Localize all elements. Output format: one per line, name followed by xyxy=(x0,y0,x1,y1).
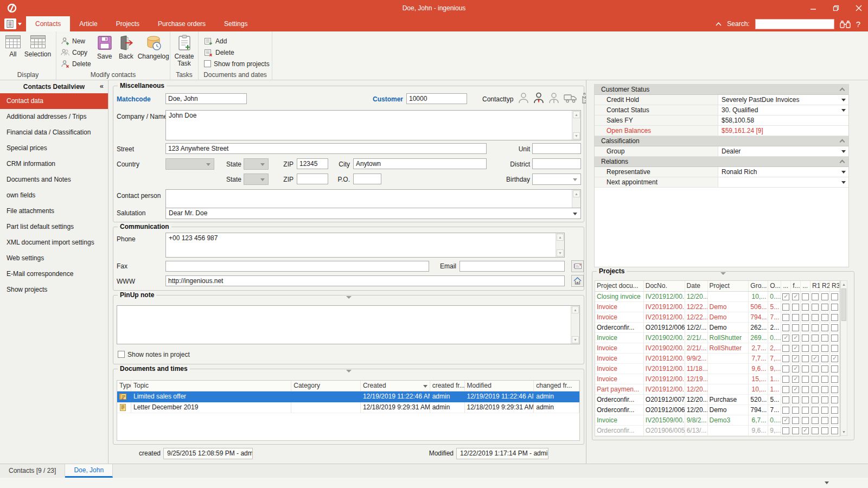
project-flag-cell[interactable] xyxy=(801,312,810,323)
project-flag-cell[interactable] xyxy=(830,364,840,374)
project-row[interactable]: Orderconfir...O201906/00566/13/...9,6...… xyxy=(595,426,840,436)
column-header[interactable]: R3 xyxy=(830,281,840,291)
collapse-handle-icon[interactable] xyxy=(346,370,352,373)
selection-button[interactable]: Selection xyxy=(24,33,51,70)
delete-contact-button[interactable]: Delete xyxy=(61,58,93,69)
collapse-handle-icon[interactable] xyxy=(720,272,726,275)
column-header[interactable]: Category xyxy=(291,381,361,391)
property-group-header[interactable]: Relations xyxy=(595,157,848,167)
project-flag-cell[interactable] xyxy=(810,395,820,405)
project-flag-cell[interactable] xyxy=(820,374,830,384)
projects-scrollbar[interactable]: ▲ ▼ xyxy=(840,280,847,436)
project-row[interactable]: InvoiceIV201912/00...12/22...Demo506...5… xyxy=(595,302,840,312)
project-flag-cell[interactable] xyxy=(810,405,820,415)
project-flag-cell[interactable] xyxy=(820,415,830,426)
district-input[interactable] xyxy=(532,158,581,169)
copy-contact-button[interactable]: Copy xyxy=(61,47,93,58)
project-flag-cell[interactable] xyxy=(820,364,830,374)
column-header[interactable]: Created xyxy=(361,381,430,391)
truck-icon[interactable] xyxy=(564,93,578,104)
sidebar-item-xml-document-import-settings[interactable]: XML document import settings xyxy=(0,235,108,251)
project-flag-cell[interactable] xyxy=(801,374,810,384)
project-flag-cell[interactable] xyxy=(801,426,810,436)
restore-button[interactable] xyxy=(832,4,840,12)
state2-select[interactable] xyxy=(244,174,269,185)
project-flag-cell[interactable] xyxy=(781,405,791,415)
project-flag-cell[interactable] xyxy=(801,292,810,302)
sidebar-item-financial-data-classification[interactable]: Financial data / Classification xyxy=(0,125,108,140)
dropdown-arrow-icon[interactable] xyxy=(841,150,846,153)
project-row[interactable]: Part paymen...IV201912/00...12/20...10,.… xyxy=(595,384,840,395)
project-flag-cell[interactable] xyxy=(781,354,791,364)
project-row[interactable]: InvoiceIV201912/00...12/22...Demo794...7… xyxy=(595,312,840,323)
sidebar-item-own-fields[interactable]: own fields xyxy=(0,188,108,203)
scrollbar[interactable]: ▲▼ xyxy=(571,306,579,344)
new-contact-button[interactable]: New xyxy=(61,35,93,47)
save-button[interactable]: Save xyxy=(94,33,116,70)
statusbar-tab-doe-john[interactable]: Doe, John xyxy=(65,464,113,478)
column-header[interactable]: R2 xyxy=(820,281,830,291)
menu-tab-contacts[interactable]: Contacts xyxy=(26,16,70,31)
project-flag-cell[interactable] xyxy=(801,323,810,333)
scroll-strip[interactable]: ▲▼ xyxy=(556,233,564,257)
menu-tab-article[interactable]: Article xyxy=(70,16,106,31)
property-value[interactable]: 30. Qualified xyxy=(718,105,848,115)
column-header[interactable]: Project xyxy=(708,281,749,291)
person-tie-selected-icon[interactable] xyxy=(532,92,545,105)
zip2-input[interactable] xyxy=(297,174,328,184)
property-value[interactable]: $58,100.58 xyxy=(718,115,848,125)
project-flag-cell[interactable] xyxy=(810,302,820,312)
email-card-button[interactable] xyxy=(571,260,584,272)
project-flag-cell[interactable] xyxy=(801,384,810,395)
project-flag-cell[interactable] xyxy=(791,312,801,323)
project-flag-cell[interactable] xyxy=(781,302,791,312)
fax-input[interactable] xyxy=(165,261,429,272)
menu-tab-projects[interactable]: Projects xyxy=(107,16,149,31)
country-select[interactable] xyxy=(165,158,214,170)
column-header[interactable]: ... xyxy=(801,281,810,291)
project-flag-cell[interactable] xyxy=(820,292,830,302)
binoculars-icon[interactable] xyxy=(840,20,851,29)
project-flag-cell[interactable] xyxy=(791,333,801,343)
ribbon-collapse-icon[interactable] xyxy=(716,22,722,26)
project-flag-cell[interactable] xyxy=(830,312,840,323)
birthday-select[interactable] xyxy=(532,174,581,185)
project-flag-cell[interactable] xyxy=(820,426,830,436)
property-group-header[interactable]: Calssification xyxy=(595,136,848,146)
column-header[interactable]: created fr... xyxy=(430,381,465,391)
project-flag-cell[interactable] xyxy=(791,374,801,384)
project-flag-cell[interactable] xyxy=(801,405,810,415)
project-flag-cell[interactable] xyxy=(781,415,791,426)
project-flag-cell[interactable] xyxy=(810,415,820,426)
project-flag-cell[interactable] xyxy=(781,395,791,405)
project-flag-cell[interactable] xyxy=(791,405,801,415)
project-row[interactable]: InvoiceIV201902/00...2/21/...RollShutter… xyxy=(595,333,840,343)
project-flag-cell[interactable] xyxy=(801,415,810,426)
show-from-projects-checkbox[interactable]: Show from projects xyxy=(204,58,270,69)
project-row[interactable]: InvoiceIV201902/00...2/21/...RollShutter… xyxy=(595,343,840,354)
project-flag-cell[interactable] xyxy=(791,395,801,405)
back-button[interactable]: Back xyxy=(116,33,137,70)
project-flag-cell[interactable] xyxy=(830,323,840,333)
project-flag-cell[interactable] xyxy=(830,415,840,426)
project-flag-cell[interactable] xyxy=(801,354,810,364)
column-header[interactable]: Project docu... xyxy=(595,281,644,291)
search-input[interactable] xyxy=(755,19,834,29)
dropdown-arrow-icon[interactable] xyxy=(841,181,846,184)
project-flag-cell[interactable] xyxy=(791,292,801,302)
scroll-strip[interactable]: ▲▼ xyxy=(572,111,580,140)
show-notes-in-project-checkbox[interactable]: Show notes in project xyxy=(118,349,190,360)
customer-input[interactable] xyxy=(406,93,467,104)
project-row[interactable]: Orderconfir...O201912/006812/2/...Demo26… xyxy=(595,323,840,333)
sidebar-item-part-list-default-settings[interactable]: Part list default settings xyxy=(0,219,108,235)
project-row[interactable]: InvoiceIV201912/00...9/9/2...7,7...7,... xyxy=(595,354,840,364)
project-flag-cell[interactable] xyxy=(820,384,830,395)
zip-input[interactable] xyxy=(297,158,328,169)
sidebar-item-web-settings[interactable]: Web settings xyxy=(0,251,108,266)
phone-input[interactable]: +00 123 456 987 ▲▼ xyxy=(165,233,565,258)
project-flag-cell[interactable] xyxy=(791,384,801,395)
project-flag-cell[interactable] xyxy=(791,415,801,426)
project-flag-cell[interactable] xyxy=(781,426,791,436)
pinup-note-input[interactable]: ▲▼ xyxy=(117,305,580,344)
project-flag-cell[interactable] xyxy=(820,333,830,343)
